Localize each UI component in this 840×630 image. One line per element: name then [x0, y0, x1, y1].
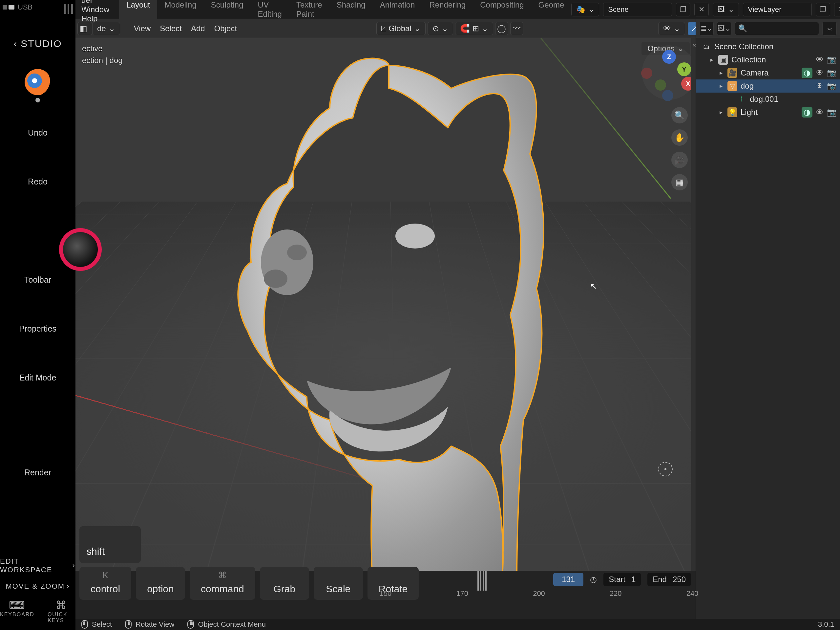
- sidebar-item-render[interactable]: Render: [24, 468, 51, 477]
- sidebar-item-redo[interactable]: Redo: [28, 177, 47, 187]
- device-icon: [8, 5, 14, 9]
- editor-type-dropdown[interactable]: ◧: [77, 22, 92, 35]
- sidebar-item-editmode[interactable]: Edit Mode: [19, 373, 57, 383]
- disclosure-icon[interactable]: ▸: [709, 56, 715, 63]
- usb-label: USB: [18, 3, 33, 11]
- sidebar-item-toolbar[interactable]: Toolbar: [24, 275, 51, 285]
- menu-add[interactable]: Add: [186, 24, 210, 33]
- outliner-row-Camera[interactable]: ▸🎥Camera◑👁📷: [696, 66, 840, 79]
- dog-mesh[interactable]: [189, 52, 583, 571]
- mode-dropdown[interactable]: de⌄: [92, 22, 120, 35]
- panel-collapse-handle[interactable]: ‹: [691, 38, 696, 571]
- pivot-dropdown[interactable]: ⊙⌄: [428, 22, 453, 35]
- pan-button[interactable]: ✋: [671, 129, 688, 146]
- outliner-scene-row[interactable]: 🗂 Scene Collection: [696, 40, 840, 53]
- disclosure-icon[interactable]: ▸: [718, 109, 724, 116]
- chevron-right-icon: ›: [66, 582, 69, 590]
- tab-rendering[interactable]: Rendering: [422, 0, 473, 22]
- render-icon[interactable]: 📷: [827, 55, 837, 64]
- restrict-badge-icon[interactable]: ◑: [802, 107, 812, 117]
- perspective-toggle[interactable]: ▦: [671, 174, 688, 190]
- snap-dropdown[interactable]: 🧲⊞⌄: [455, 22, 493, 35]
- joystick-indicator-icon[interactable]: [59, 228, 102, 271]
- edit-workspace-button[interactable]: EDIT WORKSPACE›: [0, 557, 76, 574]
- outliner-search-input[interactable]: 🔍: [735, 22, 819, 35]
- timeline-ruler[interactable]: 150170200220240: [385, 589, 692, 602]
- outliner-filter-button[interactable]: ⟗: [822, 22, 837, 35]
- viewlayer-copy-button[interactable]: ❐: [816, 3, 830, 16]
- quickkeys-button[interactable]: ⌘QUICK KEYS: [47, 598, 76, 624]
- scene-delete-button[interactable]: ✕: [694, 3, 709, 16]
- gizmo-axis-neg-z[interactable]: [662, 90, 673, 101]
- tab-modeling[interactable]: Modeling: [157, 0, 204, 22]
- restrict-badge-icon[interactable]: ◑: [802, 68, 812, 78]
- outliner-row-Collection[interactable]: ▸▣Collection👁📷: [696, 53, 840, 66]
- render-icon[interactable]: 📷: [827, 68, 837, 78]
- eye-icon[interactable]: 👁: [816, 55, 824, 64]
- menu-window[interactable]: Window: [76, 5, 115, 14]
- visibility-dropdown[interactable]: 👁⌄: [658, 22, 685, 35]
- eye-icon[interactable]: 👁: [816, 68, 824, 78]
- viewlayer-browse-button[interactable]: 🖼⌄: [713, 3, 739, 16]
- key-hint-option: option: [136, 567, 185, 600]
- timeline-autokey-icon[interactable]: ◷: [590, 575, 597, 584]
- proportional-curve-button[interactable]: 〰: [510, 22, 523, 35]
- viewlayer-name-field[interactable]: ViewLayer: [743, 3, 812, 16]
- tab-uvediting[interactable]: UV Editing: [251, 0, 289, 22]
- workspace-tabs: Layout Modeling Sculpting UV Editing Tex…: [119, 0, 571, 22]
- render-icon[interactable]: 📷: [827, 81, 837, 90]
- gizmo-axis-z[interactable]: Z: [662, 50, 676, 64]
- scene-browse-button[interactable]: 🎭⌄: [571, 3, 599, 16]
- tab-texturepaint[interactable]: Texture Paint: [289, 0, 330, 22]
- light-icon: 💡: [728, 108, 737, 117]
- proportional-button[interactable]: ◯: [495, 22, 508, 35]
- move-zoom-button[interactable]: MOVE & ZOOM›: [6, 582, 69, 590]
- sidebar-item-undo[interactable]: Undo: [28, 128, 47, 138]
- tab-layout[interactable]: Layout: [119, 0, 157, 22]
- light-gizmo-icon[interactable]: [658, 462, 673, 476]
- outliner-row-dog-001[interactable]: ⌇dog.001: [696, 93, 840, 106]
- tab-shading[interactable]: Shading: [330, 0, 373, 22]
- sidebar-item-properties[interactable]: Properties: [19, 324, 57, 334]
- tab-compositing[interactable]: Compositing: [473, 0, 531, 22]
- gizmo-axis-y[interactable]: Y: [677, 62, 691, 76]
- viewlayer-delete-button[interactable]: ✕: [834, 3, 840, 16]
- eye-icon[interactable]: 👁: [816, 108, 824, 117]
- timeline-end-field[interactable]: End250: [647, 573, 691, 586]
- eye-icon[interactable]: 👁: [816, 81, 824, 90]
- eye-icon: 👁: [663, 24, 671, 33]
- tab-sculpting[interactable]: Sculpting: [204, 0, 251, 22]
- render-icon[interactable]: 📷: [827, 108, 837, 117]
- blender-logo-icon[interactable]: [25, 69, 51, 95]
- camera-view-button[interactable]: 🎥: [671, 152, 688, 168]
- zoom-button[interactable]: 🔍: [671, 107, 688, 123]
- gizmo-axis-neg-y[interactable]: [655, 79, 666, 90]
- menu-blender[interactable]: der: [76, 0, 99, 5]
- scene-copy-button[interactable]: ❐: [676, 3, 690, 16]
- menu-help[interactable]: Help: [76, 14, 103, 23]
- menu-select[interactable]: Select: [155, 24, 186, 33]
- menu-object[interactable]: Object: [210, 24, 242, 33]
- drag-handle-icon[interactable]: [64, 4, 73, 14]
- outliner-display-dropdown[interactable]: 🖼⌄: [717, 22, 731, 35]
- outliner-row-Light[interactable]: ▸💡Light◑👁📷: [696, 106, 840, 119]
- orientation-dropdown[interactable]: ⟀Global⌄: [376, 22, 425, 35]
- nav-gizmo[interactable]: Z Y X: [648, 51, 690, 94]
- disclosure-icon[interactable]: ▸: [718, 82, 724, 90]
- viewport-3d[interactable]: ective ection | dog Options⌄: [76, 38, 696, 571]
- scene-name-field[interactable]: Scene: [603, 3, 672, 16]
- menu-view[interactable]: View: [129, 24, 156, 33]
- panel-resize-handle[interactable]: ‹: [693, 39, 696, 52]
- outliner-row-dog[interactable]: ▸▽dog👁📷: [696, 79, 840, 93]
- outliner-mode-dropdown[interactable]: ≣⌄: [699, 22, 714, 35]
- tab-animation[interactable]: Animation: [373, 0, 422, 22]
- tab-geometry[interactable]: Geome: [531, 0, 572, 22]
- timeline-current-frame[interactable]: 131: [553, 573, 583, 586]
- gizmo-axis-neg-x[interactable]: [641, 68, 652, 79]
- studio-sidebar: ‹ STUDIO Undo Redo Toolbar Properties Ed…: [0, 14, 76, 630]
- disclosure-icon[interactable]: ▸: [718, 69, 724, 76]
- keyboard-button[interactable]: ⌨KEYBOARD: [0, 598, 35, 624]
- studio-back[interactable]: ‹ STUDIO: [13, 38, 62, 49]
- chevron-down-icon: ⌄: [414, 24, 421, 33]
- timeline-start-field[interactable]: Start1: [603, 573, 641, 586]
